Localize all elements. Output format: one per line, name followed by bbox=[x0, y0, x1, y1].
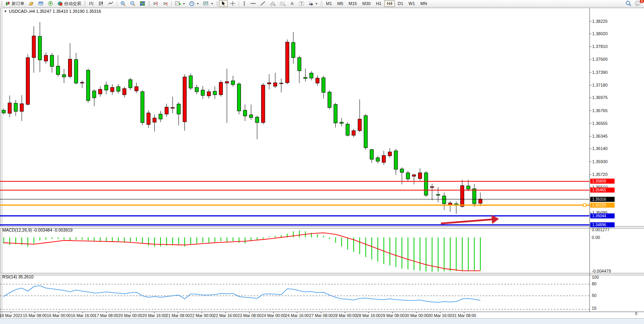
candle-body bbox=[358, 119, 361, 131]
candle-body bbox=[8, 103, 12, 113]
candle-body bbox=[364, 116, 367, 148]
candle-body bbox=[267, 83, 271, 84]
candle-body bbox=[207, 92, 210, 96]
candle-body bbox=[56, 66, 60, 75]
candle-body bbox=[334, 104, 337, 123]
candle-body bbox=[26, 58, 29, 104]
candle-body bbox=[237, 84, 241, 111]
candle-body bbox=[86, 70, 90, 101]
candle-body bbox=[195, 87, 198, 92]
rsi-line bbox=[4, 286, 480, 302]
candle-body bbox=[388, 152, 391, 156]
candle-body bbox=[424, 173, 428, 195]
candle-body bbox=[280, 83, 283, 84]
candle-body bbox=[382, 155, 386, 162]
candle-body bbox=[304, 77, 307, 78]
candle-body bbox=[418, 173, 422, 179]
candle-body bbox=[141, 92, 144, 123]
candle-body bbox=[376, 158, 379, 161]
candle-body bbox=[219, 82, 223, 95]
candle-body bbox=[92, 91, 96, 98]
candle-body bbox=[412, 175, 416, 176]
candle-body bbox=[442, 196, 446, 204]
candle-body bbox=[243, 110, 247, 116]
candle-body bbox=[147, 113, 150, 124]
candle-body bbox=[32, 36, 36, 58]
candle-body bbox=[473, 189, 476, 204]
candle-body bbox=[340, 122, 343, 123]
candle-body bbox=[466, 186, 470, 189]
collapse-arrow-icon[interactable]: ▼ bbox=[4, 10, 7, 13]
candle-body bbox=[116, 87, 120, 91]
mt4-window: 新订单 自动交易 bbox=[0, 0, 644, 324]
candle-body bbox=[99, 89, 102, 94]
candle-body bbox=[153, 118, 156, 122]
candle-body bbox=[261, 85, 265, 123]
candle-body bbox=[370, 150, 374, 159]
candle-body bbox=[273, 83, 277, 86]
price-level-tag: 1.35465 bbox=[590, 188, 615, 193]
candle-body bbox=[135, 87, 138, 91]
trend-arrow bbox=[441, 219, 494, 223]
line-handle bbox=[583, 204, 586, 206]
candle-body bbox=[62, 75, 66, 77]
price-level-tag: 1.34896 bbox=[590, 222, 615, 227]
candle-body bbox=[111, 87, 114, 92]
candle-body bbox=[328, 92, 331, 107]
candle-body bbox=[183, 77, 186, 122]
price-level-tag: 1.35609 bbox=[590, 179, 615, 184]
candle-body bbox=[478, 199, 482, 203]
candle-body bbox=[2, 110, 5, 113]
candle-body bbox=[322, 78, 325, 92]
candle-body bbox=[231, 81, 235, 85]
candle-body bbox=[400, 169, 404, 172]
candle-body bbox=[20, 104, 24, 111]
candle-body bbox=[129, 80, 132, 88]
candle-body bbox=[436, 194, 440, 195]
chart-canvas[interactable] bbox=[0, 0, 644, 324]
candle-body bbox=[14, 103, 17, 111]
candle-body bbox=[177, 104, 180, 114]
chart-title-text: USDCAD-,H4 1.35247 1.35410 1.35190 1.353… bbox=[9, 9, 101, 14]
candle-body bbox=[285, 42, 289, 83]
candle-body bbox=[292, 43, 295, 58]
price-level-tag: 1.35044 bbox=[590, 213, 615, 218]
rsi-label: RSI(14) 35.2610 bbox=[2, 275, 34, 279]
candle-body bbox=[310, 73, 313, 78]
macd-label: MACD(12,26,9) -0.003484 -0.003919 bbox=[2, 228, 73, 232]
price-level-tag: 1.35316 bbox=[590, 197, 615, 202]
candle-body bbox=[394, 151, 398, 169]
candle-body bbox=[44, 55, 48, 61]
candle-body bbox=[123, 89, 126, 95]
candle-body bbox=[68, 59, 72, 77]
candle-body bbox=[165, 107, 168, 114]
candle-body bbox=[171, 107, 174, 108]
candle-body bbox=[80, 82, 84, 83]
candle-body bbox=[297, 58, 301, 71]
candle-body bbox=[255, 117, 259, 123]
candle-body bbox=[406, 173, 410, 179]
candle-body bbox=[159, 114, 162, 119]
candle-body bbox=[74, 60, 78, 83]
candle-body bbox=[201, 90, 205, 95]
macd-signal-line bbox=[4, 233, 480, 271]
candle-body bbox=[104, 85, 108, 90]
candle-body bbox=[189, 76, 193, 88]
candle-body bbox=[38, 36, 42, 60]
candle-body bbox=[461, 186, 464, 206]
candle-body bbox=[346, 124, 349, 135]
candle-body bbox=[249, 115, 253, 118]
candle-body bbox=[352, 131, 355, 135]
chart-title: ▼ USDCAD-,H4 1.35247 1.35410 1.35190 1.3… bbox=[4, 9, 101, 14]
candle-body bbox=[225, 82, 229, 83]
candle-body bbox=[213, 91, 217, 95]
price-level-tag: 1.35220 bbox=[590, 203, 615, 208]
candle-body bbox=[430, 187, 434, 188]
candle-body bbox=[50, 55, 54, 67]
candle-body bbox=[316, 78, 319, 83]
